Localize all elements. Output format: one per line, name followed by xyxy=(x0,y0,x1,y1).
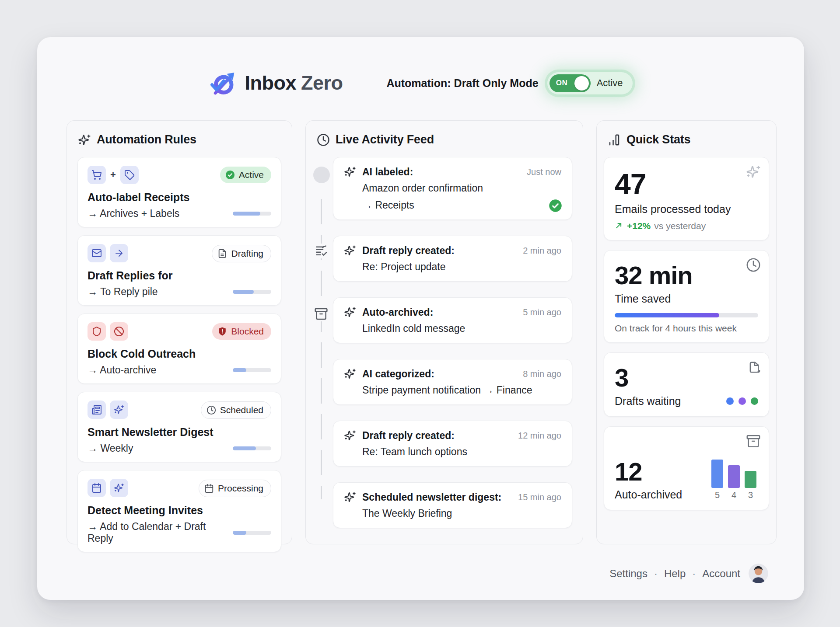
archive-icon xyxy=(746,434,761,450)
user-avatar[interactable] xyxy=(749,564,768,583)
sparkles-icon xyxy=(344,368,356,380)
check-circle-icon xyxy=(549,199,562,212)
stats-panel-header: Quick Stats xyxy=(597,133,776,146)
sparkles-icon xyxy=(344,166,356,178)
status-label: Drafting xyxy=(231,248,263,259)
rule-action: → Add to Calendar + Draft Reply xyxy=(88,521,228,544)
feed-item-ai-categorized[interactable]: AI categorized: 8 min ago Stripe payment… xyxy=(333,359,572,405)
status-badge-blocked: Blocked xyxy=(212,323,271,340)
main-columns: Automation Rules + Active Auto-label Rec… xyxy=(37,120,804,544)
sparkles-icon xyxy=(344,429,356,442)
page-title: InboxZero xyxy=(245,72,343,94)
trending-up-icon xyxy=(615,222,623,230)
account-link[interactable]: Account xyxy=(702,568,740,580)
stat-note: On track for 4 hours this week xyxy=(615,323,758,334)
shield-alert-icon xyxy=(217,327,227,336)
feed-item-time: Just now xyxy=(522,167,561,177)
rule-progress xyxy=(233,368,271,372)
feed-item-draft-reply-lunch[interactable]: Draft reply created: 12 min ago Re: Team… xyxy=(333,421,572,467)
stat-delta: +12% xyxy=(627,221,651,231)
feed-item-auto-archived[interactable]: Auto-archived: 5 min ago LinkedIn cold m… xyxy=(333,297,572,343)
automation-mode: Automation: Draft Only Mode ON Active xyxy=(386,72,632,94)
inbox-zero-logo-icon xyxy=(209,69,238,98)
newspaper-icon xyxy=(88,401,106,419)
rule-card-auto-label-receipts[interactable]: + Active Auto-label Receipts → Archives … xyxy=(77,157,281,227)
stat-value: 3 xyxy=(615,364,758,392)
feed-item-draft-reply-project[interactable]: Draft reply created: 2 min ago Re: Proje… xyxy=(333,236,572,282)
toggle-knob[interactable] xyxy=(574,76,589,91)
bar-value-label: 3 xyxy=(748,490,753,500)
rule-card-block-cold-outreach[interactable]: Blocked Block Cold Outreach → Auto-archi… xyxy=(77,314,281,384)
stat-card-drafts-waiting: 3 Drafts waiting xyxy=(604,352,769,417)
file-text-icon xyxy=(217,249,227,258)
sparkles-icon xyxy=(746,164,761,181)
settings-link[interactable]: Settings xyxy=(609,568,648,580)
feed-item-time: 2 min ago xyxy=(518,246,561,256)
rule-title: Smart Newsletter Digest xyxy=(88,426,271,439)
stat-value: 12 xyxy=(615,458,682,486)
feed-item-detail: The Weekly Briefing xyxy=(362,507,561,520)
feed-item-title: Auto-archived: xyxy=(362,307,433,318)
stats-panel-title: Quick Stats xyxy=(626,133,690,146)
status-badge-scheduled: Scheduled xyxy=(201,401,271,419)
dot-purple xyxy=(738,397,746,405)
cart-icon xyxy=(88,166,106,184)
shield-icon xyxy=(88,322,106,341)
app-container: InboxZero Automation: Draft Only Mode ON… xyxy=(37,37,804,600)
sparkles-icon xyxy=(110,401,128,419)
bar-purple xyxy=(728,465,740,488)
stat-value: 32 min xyxy=(615,262,758,289)
copy-icon xyxy=(746,360,761,376)
feed-item-title: Draft reply created: xyxy=(362,245,455,257)
feed-panel-title: Live Activity Feed xyxy=(336,133,434,146)
feed-item-detail: Re: Team lunch options xyxy=(362,445,561,459)
status-label: Scheduled xyxy=(220,405,263,415)
time-saved-progress xyxy=(615,313,758,317)
rule-progress xyxy=(233,446,271,450)
rule-action: → Archives + Labels xyxy=(88,208,179,219)
rule-title: Draft Replies for xyxy=(88,269,271,282)
feed-list: AI labeled: Just now Amazon order confir… xyxy=(333,157,572,528)
bar-blue xyxy=(711,460,723,488)
calendar-icon xyxy=(204,484,214,493)
dot-blue xyxy=(726,397,734,405)
feed-item-title: AI categorized: xyxy=(362,368,434,380)
feed-item-newsletter-digest[interactable]: Scheduled newsletter digest: 15 min ago … xyxy=(333,482,572,528)
feed-item-time: 5 min ago xyxy=(518,307,561,317)
feed-item-title: Scheduled newsletter digest: xyxy=(362,491,501,503)
feed-item-ai-labeled[interactable]: AI labeled: Just now Amazon order confir… xyxy=(333,157,572,220)
toggle-status-label: Active xyxy=(597,77,623,89)
help-link[interactable]: Help xyxy=(664,568,686,580)
feed-item-detail: LinkedIn cold message xyxy=(362,322,561,335)
clock-icon xyxy=(746,258,761,274)
status-badge-processing: Processing xyxy=(199,480,271,497)
rule-title: Detect Meeting Invites xyxy=(88,504,271,517)
status-badge-drafting: Drafting xyxy=(212,245,271,262)
feed-item-detail: Amazon order confirmation xyxy=(362,181,561,195)
rule-progress xyxy=(233,531,271,535)
draft-status-dots xyxy=(726,397,758,405)
footer: Settings · Help · Account xyxy=(609,564,768,583)
status-badge-active: Active xyxy=(220,167,271,183)
rule-card-newsletter-digest[interactable]: Scheduled Smart Newsletter Digest → Week… xyxy=(77,392,281,462)
rule-action: → Auto-archive xyxy=(88,364,156,376)
stat-value: 47 xyxy=(615,169,758,200)
clock-icon xyxy=(317,133,330,146)
feed-item-detail2: → Receipts xyxy=(362,199,561,212)
automation-toggle[interactable]: ON Active xyxy=(547,72,633,94)
toggle-pill[interactable]: ON xyxy=(550,74,591,92)
dot-green xyxy=(751,397,758,405)
rule-card-draft-replies[interactable]: Drafting Draft Replies for → To Reply pi… xyxy=(77,235,281,306)
stat-label: Drafts waiting xyxy=(615,395,681,408)
automation-rules-panel: Automation Rules + Active Auto-label Rec… xyxy=(66,120,292,544)
stat-label: Time saved xyxy=(615,293,758,305)
rule-card-detect-meeting-invites[interactable]: Processing Detect Meeting Invites → Add … xyxy=(77,470,281,552)
arrow-right-icon xyxy=(110,244,128,262)
stat-label: Auto-archived xyxy=(615,488,682,501)
sparkles-icon xyxy=(344,244,356,257)
tag-icon xyxy=(120,166,139,184)
feed-item-detail: Stripe payment notification → Finance xyxy=(362,383,561,397)
logo: InboxZero xyxy=(209,69,343,98)
rule-title: Block Cold Outreach xyxy=(88,348,271,360)
automation-mode-label: Automation: Draft Only Mode xyxy=(386,77,538,90)
